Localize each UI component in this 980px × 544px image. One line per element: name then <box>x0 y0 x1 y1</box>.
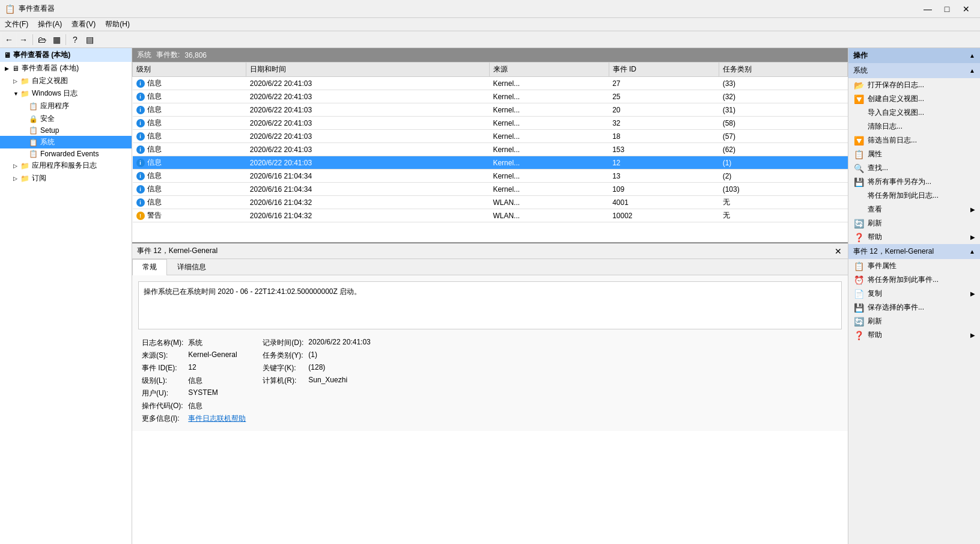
table-row[interactable]: i信息2020/6/16 21:04:34Kernel...13(2) <box>133 170 848 183</box>
cell-eventId: 20 <box>609 103 719 117</box>
center-panel: 系统 事件数: 36,806 级别 日期和时间 来源 事件 ID 任务类别 i信… <box>132 48 848 544</box>
right-action-item[interactable]: 📋 属性 <box>848 147 980 161</box>
event-table-wrapper[interactable]: 级别 日期和时间 来源 事件 ID 任务类别 i信息2020/6/22 20:4… <box>132 62 848 242</box>
right-action-item[interactable]: 🔍 查找... <box>848 161 980 175</box>
cell-source: WLAN... <box>489 209 609 222</box>
action-icon: 🔽 <box>853 94 864 104</box>
tree-item[interactable]: 🔒 安全 <box>0 112 132 125</box>
right-action-item[interactable]: ❓ 帮助 ▶ <box>848 328 980 342</box>
menu-item-V[interactable]: 查看(V) <box>67 18 100 31</box>
table-row[interactable]: i信息2020/6/22 20:41:03Kernel...25(32) <box>133 90 848 103</box>
table-row[interactable]: i信息2020/6/22 20:41:03Kernel...12(1) <box>133 156 848 170</box>
forward-button[interactable]: → <box>17 33 30 46</box>
log-button[interactable]: ▤ <box>83 33 96 46</box>
right-action-item[interactable]: 💾 保存选择的事件... <box>848 301 980 314</box>
right-action-item[interactable]: 导入自定义视图... <box>848 106 980 120</box>
level-icon: i <box>136 198 145 207</box>
right-action-item[interactable]: 🔽 创建自定义视图... <box>848 92 980 106</box>
field-moreinfo-value[interactable]: 事件日志联机帮助 <box>188 412 251 425</box>
tree-item[interactable]: ▼ 📁 Windows 日志 <box>0 87 132 100</box>
tree-expand-icon: ▷ <box>13 78 20 84</box>
detail-link-help[interactable]: 事件日志联机帮助 <box>188 414 246 423</box>
right-panel-collapse-btn[interactable]: ▲ <box>969 52 975 59</box>
cell-level: i信息 <box>133 77 246 90</box>
field-level-label: 级别(L): <box>142 374 188 387</box>
detail-header: 事件 12，Kernel-General ✕ <box>132 243 848 259</box>
cell-eventId: 12 <box>609 156 719 170</box>
table-row[interactable]: !警告2020/6/16 21:04:32WLAN...10002无 <box>133 209 848 222</box>
right-section-event: 事件 12，Kernel-General ▲ 📋 事件属性 ⏰ 将任务附加到此事… <box>848 244 980 342</box>
table-row[interactable]: i信息2020/6/16 21:04:32WLAN...4001无 <box>133 196 848 209</box>
tree-item[interactable]: 📋 Setup <box>0 125 132 136</box>
tree-item-label: 应用程序 <box>40 101 69 111</box>
right-action-item[interactable]: 💾 将所有事件另存为... <box>848 175 980 189</box>
view-button[interactable]: ▦ <box>50 33 63 46</box>
menu-item-F[interactable]: 文件(F) <box>0 18 33 31</box>
level-icon: i <box>136 79 145 88</box>
right-action-item[interactable]: ⏰ 将任务附加到此事件... <box>848 273 980 287</box>
col-level: 级别 <box>133 63 246 77</box>
table-row[interactable]: i信息2020/6/22 20:41:03Kernel...18(57) <box>133 130 848 143</box>
table-row[interactable]: i信息2020/6/22 20:41:03Kernel...153(62) <box>133 143 848 156</box>
table-row[interactable]: i信息2020/6/22 20:41:03Kernel...20(31) <box>133 103 848 117</box>
detail-fields: 日志名称(M): 系统 记录时间(D): 2020/6/22 20:41:03 … <box>135 333 845 429</box>
help-button[interactable]: ? <box>68 33 82 46</box>
action-label: 打开保存的日志... <box>868 80 924 90</box>
right-section-event-collapse-btn[interactable]: ▲ <box>969 248 975 255</box>
menu-item-A[interactable]: 操作(A) <box>33 18 67 31</box>
right-action-item[interactable]: 查看 ▶ <box>848 203 980 216</box>
level-text: 信息 <box>147 79 162 87</box>
action-label: 帮助 <box>868 232 882 242</box>
back-button[interactable]: ← <box>2 33 16 46</box>
tree-item-icon: 📁 <box>20 77 29 85</box>
field-record-time-label: 记录时间(D): <box>263 337 308 349</box>
field-eventid-value: 12 <box>188 362 251 374</box>
tree-item-label: 事件查看器 (本地) <box>22 63 79 73</box>
tree-item[interactable]: 📋 Forwarded Events <box>0 148 132 159</box>
level-text: 信息 <box>147 132 162 140</box>
cell-source: Kernel... <box>489 103 609 117</box>
tree-item[interactable]: ▷ 📁 订阅 <box>0 172 132 185</box>
right-action-item[interactable]: 🔽 筛选当前日志... <box>848 133 980 147</box>
tree-item[interactable]: ▷ 📁 自定义视图 <box>0 75 132 87</box>
right-action-item[interactable]: 📂 打开保存的日志... <box>848 78 980 92</box>
tab-general[interactable]: 常规 <box>132 259 167 275</box>
title-bar-left: 📋 事件查看器 <box>5 4 55 14</box>
table-row[interactable]: i信息2020/6/22 20:41:03Kernel...27(33) <box>133 77 848 90</box>
menu-item-H[interactable]: 帮助(H) <box>100 18 135 31</box>
field-computer-value: Sun_Xuezhi <box>308 374 375 387</box>
maximize-button[interactable]: □ <box>938 3 956 15</box>
right-action-item[interactable]: 🔄 刷新 <box>848 314 980 328</box>
tree-item[interactable]: 📋 应用程序 <box>0 100 132 112</box>
right-action-item[interactable]: 将任务附加到此日志... <box>848 189 980 203</box>
detail-close-button[interactable]: ✕ <box>833 246 843 256</box>
minimize-button[interactable]: — <box>919 3 937 15</box>
title-bar-controls: — □ ✕ <box>919 3 975 15</box>
right-section-event-label: 事件 12，Kernel-General <box>853 246 934 257</box>
field-computer-label: 计算机(R): <box>263 374 308 387</box>
right-action-item[interactable]: 清除日志... <box>848 120 980 133</box>
right-action-item[interactable]: ❓ 帮助 ▶ <box>848 230 980 244</box>
tree-header-label: 事件查看器 (本地) <box>13 50 70 60</box>
action-label: 将任务附加到此事件... <box>868 275 939 285</box>
right-action-item[interactable]: 📄 复制 ▶ <box>848 287 980 301</box>
open-button[interactable]: 🗁 <box>35 33 49 46</box>
action-icon: 📂 <box>853 81 864 90</box>
right-action-item[interactable]: 🔄 刷新 <box>848 216 980 230</box>
tab-detail[interactable]: 详细信息 <box>167 259 216 275</box>
right-action-item[interactable]: 📋 事件属性 <box>848 259 980 273</box>
table-row[interactable]: i信息2020/6/22 20:41:03Kernel...32(58) <box>133 117 848 130</box>
field-task-value: (1) <box>308 349 375 362</box>
table-row[interactable]: i信息2020/6/16 21:04:34Kernel...109(103) <box>133 183 848 196</box>
tree-item[interactable]: ▷ 📁 应用程序和服务日志 <box>0 159 132 172</box>
tree-item[interactable]: 📋 系统 <box>0 136 132 148</box>
close-button[interactable]: ✕ <box>957 3 975 15</box>
action-icon: 💾 <box>853 303 864 313</box>
event-table: 级别 日期和时间 来源 事件 ID 任务类别 i信息2020/6/22 20:4… <box>132 62 848 222</box>
cell-category: (103) <box>719 183 848 196</box>
tree-item[interactable]: ▶ 🖥 事件查看器 (本地) <box>0 62 132 75</box>
right-section-collapse-btn[interactable]: ▲ <box>969 67 975 74</box>
submenu-arrow-icon: ▶ <box>970 206 975 213</box>
cell-level: i信息 <box>133 183 246 196</box>
tree-item-label: 订阅 <box>32 173 46 183</box>
